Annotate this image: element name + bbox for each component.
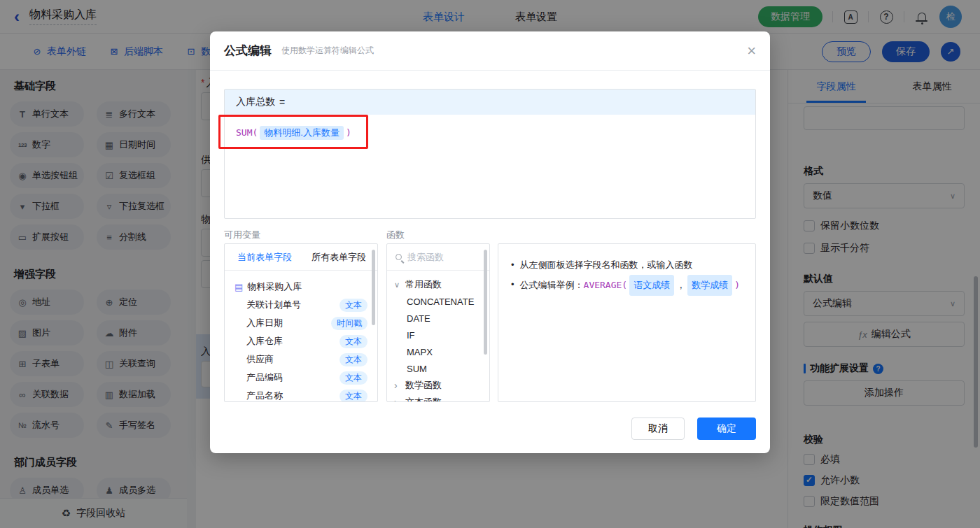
function-group-text[interactable]: 文本函数 (387, 394, 489, 402)
variables-scrollbar[interactable] (372, 250, 375, 325)
field-type-badge: 时间戳 (331, 317, 368, 330)
chevron-collapsed-icon (394, 397, 401, 402)
variable-field-row[interactable]: 入库仓库 文本 (225, 332, 377, 350)
field-type-badge: 文本 (340, 353, 368, 366)
field-type-badge: 文本 (340, 390, 368, 403)
variable-tabs: 当前表单字段所有表单字段 (225, 244, 377, 271)
field-type-badge: 文本 (340, 299, 368, 312)
equals-sign: = (279, 97, 285, 108)
search-icon (396, 254, 402, 260)
variable-field-name: 产品名称 (246, 390, 340, 402)
variable-field-row[interactable]: 入库日期 时间戳 (225, 314, 377, 332)
variable-field-list: 关联计划单号 文本 入库日期 时间戳 入库仓库 文本 供应商 (225, 296, 377, 402)
example-token-2: 数学成绩 (687, 275, 732, 296)
example-prefix: 公式编辑举例： (520, 280, 584, 290)
example-token-1: 语文成绩 (629, 275, 674, 296)
close-paren-text: ) (346, 127, 351, 138)
variable-tab[interactable]: 当前表单字段 (237, 251, 292, 264)
function-search-row (387, 244, 489, 271)
variable-tree: ▤ 物料采购入库 关联计划单号 文本 入库日期 时间戳 入 (225, 271, 377, 402)
variable-field-row[interactable]: 产品编码 文本 (225, 369, 377, 387)
function-group-common[interactable]: 常用函数 (387, 276, 489, 293)
function-item[interactable]: MAPX (387, 343, 489, 360)
functions-panel: 常用函数 CONCATENATEDATEIFMAPXSUM 数学函数 文本函数 (386, 243, 490, 402)
example-close-paren: ) (734, 280, 740, 290)
variable-field-name: 产品编码 (246, 371, 340, 384)
field-type-badge: 文本 (340, 335, 368, 348)
example-comma: ， (676, 280, 685, 290)
functions-label: 函数 (386, 229, 405, 241)
variable-field-name: 入库日期 (246, 317, 331, 329)
functions-scrollbar[interactable] (484, 250, 487, 355)
common-function-list: CONCATENATEDATEIFMAPXSUM (387, 293, 489, 377)
help-panel: •从左侧面板选择字段名和函数，或输入函数 • 公式编辑举例：AVERAGE(语文… (498, 243, 756, 402)
variable-field-row[interactable]: 关联计划单号 文本 (225, 296, 377, 314)
formula-editor-modal: 公式编辑 使用数学运算符编辑公式 × 入库总数 = SUM(物料明细.入库数量)… (210, 31, 770, 453)
formula-target-field: 入库总数 (236, 96, 275, 108)
formula-input-area[interactable]: SUM(物料明细.入库数量) (225, 115, 755, 151)
variables-label: 可用变量 (224, 229, 260, 241)
formula-target-row: 入库总数 = (225, 90, 755, 115)
function-group-math[interactable]: 数学函数 (387, 377, 489, 394)
function-tree: 常用函数 CONCATENATEDATEIFMAPXSUM 数学函数 文本函数 (387, 271, 489, 402)
modal-footer: 取消 确定 (631, 418, 756, 440)
example-function-name: AVERAGE( (584, 280, 628, 290)
function-search-input[interactable] (407, 252, 470, 262)
variable-field-row[interactable]: 产品名称 文本 (225, 387, 377, 402)
function-item[interactable]: CONCATENATE (387, 293, 489, 310)
modal-header: 公式编辑 使用数学运算符编辑公式 × (210, 31, 770, 71)
form-node-label: 物料采购入库 (247, 280, 302, 293)
formula-editor-box[interactable]: 入库总数 = SUM(物料明细.入库数量) (224, 89, 756, 219)
form-node[interactable]: ▤ 物料采购入库 (225, 278, 377, 296)
field-token[interactable]: 物料明细.入库数量 (260, 126, 344, 140)
cancel-button[interactable]: 取消 (631, 418, 685, 440)
variable-field-name: 供应商 (246, 353, 340, 366)
modal-title: 公式编辑 (224, 43, 272, 59)
function-item[interactable]: IF (387, 327, 489, 343)
variable-field-row[interactable]: 供应商 文本 (225, 350, 377, 369)
modal-subtitle: 使用数学运算符编辑公式 (281, 45, 374, 57)
help-tip-1: •从左侧面板选择字段名和函数，或输入函数 (511, 255, 743, 275)
variable-field-name: 关联计划单号 (246, 299, 340, 311)
field-type-badge: 文本 (340, 371, 368, 385)
chevron-expand-icon (394, 280, 401, 290)
confirm-button[interactable]: 确定 (697, 418, 756, 440)
variable-field-name: 入库仓库 (246, 335, 340, 348)
variable-tab[interactable]: 所有表单字段 (312, 251, 366, 264)
close-icon[interactable]: × (747, 43, 756, 59)
function-item[interactable]: SUM (387, 360, 489, 377)
help-tip-2: • 公式编辑举例：AVERAGE(语文成绩，数学成绩) (511, 275, 743, 296)
form-doc-icon: ▤ (234, 282, 243, 292)
chevron-collapsed-icon (394, 380, 401, 391)
function-item[interactable]: DATE (387, 310, 489, 327)
function-name-text: SUM( (236, 127, 258, 138)
variables-panel: 当前表单字段所有表单字段 ▤ 物料采购入库 关联计划单号 文本 入库日期 时间戳 (224, 243, 378, 402)
